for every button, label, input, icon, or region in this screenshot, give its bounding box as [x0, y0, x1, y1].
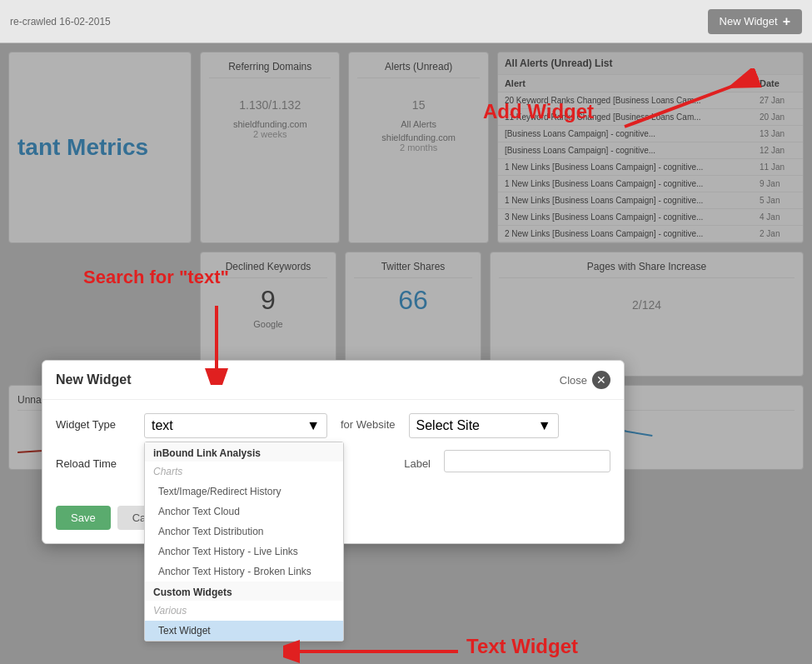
dropdown-item-anchor-live[interactable]: Anchor Text History - Live Links: [145, 542, 343, 562]
dropdown-container: text ▼ inBound Link Analysis Charts Text…: [144, 413, 327, 438]
new-widget-button[interactable]: New Widget +: [708, 9, 802, 34]
site-select[interactable]: Select Site ▼: [409, 413, 559, 438]
widget-type-label: Widget Type: [56, 413, 131, 431]
inbound-group-label: inBound Link Analysis: [145, 442, 343, 462]
for-website-label: for Website: [341, 413, 396, 431]
reload-time-label: Reload Time: [56, 452, 131, 470]
label-input[interactable]: [444, 450, 610, 472]
save-button[interactable]: Save: [56, 506, 111, 530]
modal-body: Widget Type text ▼ inBound Link Analysis…: [42, 400, 624, 497]
new-widget-label: New Widget: [720, 15, 778, 27]
dropdown-item-text-widget[interactable]: Text Widget: [145, 621, 343, 641]
dashboard: tant Metrics Referring Domains 1.130/1.1…: [0, 43, 812, 664]
widget-type-select[interactable]: text ▼: [144, 413, 327, 438]
new-widget-modal: New Widget Close ✕ Widget Type text ▼ in…: [42, 360, 625, 544]
modal-close-button[interactable]: ✕: [592, 371, 610, 389]
modal-header: New Widget Close ✕: [42, 361, 624, 400]
modal-title: New Widget: [56, 372, 132, 387]
various-category-label: Various: [145, 601, 343, 621]
dropdown-item-anchor-cloud[interactable]: Anchor Text Cloud: [145, 502, 343, 522]
dropdown-item-anchor-dist[interactable]: Anchor Text Distribution: [145, 522, 343, 542]
dropdown-item-anchor-broken[interactable]: Anchor Text History - Broken Links: [145, 562, 343, 582]
dropdown-menu: inBound Link Analysis Charts Text/Image/…: [144, 442, 344, 642]
custom-widgets-group-label: Custom Widgets: [145, 582, 343, 601]
dropdown-item-text-history[interactable]: Text/Image/Redirect History: [145, 482, 343, 502]
select-site-placeholder: Select Site: [416, 418, 480, 433]
label-label: Label: [404, 452, 431, 470]
modal-overlay: [0, 43, 812, 664]
new-widget-plus-icon: +: [783, 14, 790, 29]
dropdown-arrow-icon: ▼: [306, 418, 320, 433]
crawl-info: re-crawled 16-02-2015: [10, 16, 111, 27]
widget-type-row: Widget Type text ▼ inBound Link Analysis…: [56, 413, 610, 438]
widget-type-value: text: [152, 418, 173, 433]
modal-close-text: Close: [560, 374, 587, 387]
modal-close-area: Close ✕: [560, 371, 610, 389]
charts-category-label: Charts: [145, 462, 343, 482]
site-select-arrow-icon: ▼: [538, 418, 551, 433]
top-bar: re-crawled 16-02-2015 New Widget +: [0, 0, 812, 43]
